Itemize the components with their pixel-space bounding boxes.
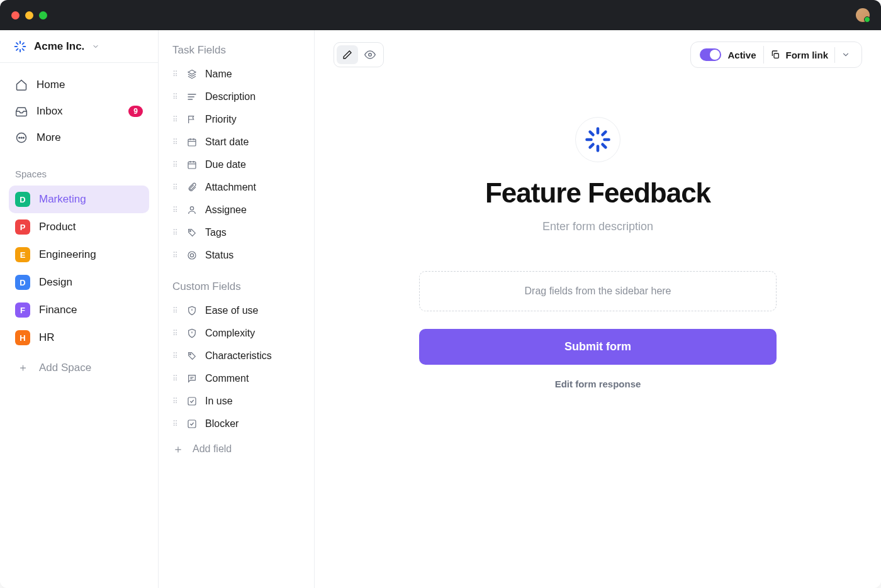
field-item-priority[interactable]: ⠿Priority [159, 108, 314, 131]
active-toggle-label: Active [727, 50, 756, 60]
traffic-lights [11, 11, 47, 19]
field-item-characteristics[interactable]: ⠿Characteristics [159, 345, 314, 367]
field-label: Due date [205, 159, 246, 170]
field-label: Attachment [205, 182, 256, 193]
nav-inbox-label: Inbox [36, 105, 63, 118]
svg-rect-15 [188, 139, 196, 146]
svg-line-7 [23, 43, 24, 44]
svg-line-36 [590, 132, 593, 135]
form-logo[interactable] [575, 117, 620, 162]
nav-home[interactable]: Home [9, 72, 149, 98]
space-icon: D [15, 192, 30, 207]
lines-icon [186, 91, 198, 103]
add-field-button[interactable]: ＋ Add field [159, 435, 314, 463]
space-icon: D [15, 275, 30, 290]
space-icon: H [15, 330, 30, 345]
space-item-finance[interactable]: FFinance [9, 296, 149, 324]
more-icon [15, 131, 28, 144]
field-item-status[interactable]: ⠿Status [159, 244, 314, 267]
plus-icon: ＋ [15, 360, 30, 375]
spaces-heading: Spaces [0, 151, 158, 186]
drag-handle-icon[interactable]: ⠿ [172, 96, 179, 99]
check-icon [186, 418, 198, 430]
form-title[interactable]: Feature Feedback [485, 177, 710, 209]
space-icon: E [15, 247, 30, 262]
field-item-assignee[interactable]: ⠿Assignee [159, 199, 314, 221]
field-item-due-date[interactable]: ⠿Due date [159, 153, 314, 176]
close-window[interactable] [11, 11, 20, 19]
nav-more[interactable]: More [9, 125, 149, 151]
copy-icon [770, 50, 780, 60]
field-item-attachment[interactable]: ⠿Attachment [159, 176, 314, 199]
svg-point-24 [189, 230, 191, 231]
inbox-badge: 9 [128, 106, 143, 117]
svg-rect-31 [188, 420, 196, 428]
drag-handle-icon[interactable]: ⠿ [172, 254, 179, 257]
preview-mode-button[interactable] [359, 45, 381, 64]
drag-handle-icon[interactable]: ⠿ [172, 209, 179, 212]
field-item-in-use[interactable]: ⠿In use [159, 390, 314, 413]
form-description-placeholder[interactable]: Enter form description [542, 220, 653, 233]
drag-handle-icon[interactable]: ⠿ [172, 186, 179, 189]
field-label: Start date [205, 136, 249, 148]
field-item-tags[interactable]: ⠿Tags [159, 221, 314, 244]
space-item-product[interactable]: PProduct [9, 213, 149, 241]
active-toggle[interactable] [700, 48, 721, 61]
drag-handle-icon[interactable]: ⠿ [172, 332, 179, 335]
space-item-design[interactable]: DDesign [9, 269, 149, 296]
field-label: Description [205, 91, 255, 103]
custom-fields-heading: Custom Fields [159, 267, 314, 299]
field-label: Characteristics [205, 350, 272, 362]
add-space-button[interactable]: ＋ Add Space [9, 354, 149, 381]
space-label: Marketing [39, 193, 86, 206]
field-item-blocker[interactable]: ⠿Blocker [159, 413, 314, 435]
field-item-ease-of-use[interactable]: ⠿Ease of use [159, 299, 314, 322]
pencil-icon [342, 50, 352, 60]
edit-mode-button[interactable] [337, 45, 358, 64]
workspace-logo-icon [14, 40, 26, 53]
drag-handle-icon[interactable]: ⠿ [172, 355, 179, 358]
space-item-hr[interactable]: HHR [9, 324, 149, 352]
form-options-dropdown[interactable] [835, 48, 856, 62]
form-link-button[interactable]: Form link [764, 47, 835, 63]
field-item-name[interactable]: ⠿Name [159, 63, 314, 86]
workspace-switcher[interactable]: Acme Inc. [0, 30, 158, 63]
drag-handle-icon[interactable]: ⠿ [172, 423, 179, 426]
drag-handle-icon[interactable]: ⠿ [172, 141, 179, 144]
drag-handle-icon[interactable]: ⠿ [172, 231, 179, 235]
spinner-logo-icon [585, 126, 611, 153]
flag-icon [186, 114, 198, 125]
target-icon [186, 250, 198, 261]
svg-line-40 [590, 145, 593, 148]
svg-line-37 [603, 145, 606, 148]
nav-more-label: More [36, 131, 61, 144]
space-item-engineering[interactable]: EEngineering [9, 241, 149, 269]
field-item-complexity[interactable]: ⠿Complexity [159, 322, 314, 345]
field-item-description[interactable]: ⠿Description [159, 86, 314, 108]
tag-icon [186, 227, 198, 238]
svg-point-25 [188, 252, 196, 259]
svg-rect-30 [188, 397, 196, 405]
drag-handle-icon[interactable]: ⠿ [172, 309, 179, 313]
user-avatar[interactable] [856, 8, 870, 22]
space-label: HR [39, 331, 55, 344]
nav-inbox[interactable]: Inbox 9 [9, 98, 149, 125]
drag-handle-icon[interactable]: ⠿ [172, 400, 179, 403]
field-item-comment[interactable]: ⠿Comment [159, 367, 314, 390]
edit-form-response-link[interactable]: Edit form response [555, 379, 641, 389]
submit-form-button[interactable]: Submit form [419, 329, 777, 365]
minimize-window[interactable] [25, 11, 33, 19]
field-label: Status [205, 250, 233, 261]
add-field-label: Add field [193, 443, 232, 455]
fields-panel: Task Fields ⠿Name⠿Description⠿Priority⠿S… [159, 30, 315, 588]
home-icon [15, 79, 28, 91]
drag-handle-icon[interactable]: ⠿ [172, 73, 179, 76]
drag-handle-icon[interactable]: ⠿ [172, 377, 179, 380]
drag-handle-icon[interactable]: ⠿ [172, 118, 179, 121]
space-item-marketing[interactable]: DMarketing [9, 186, 149, 213]
chevron-down-icon [841, 50, 850, 59]
maximize-window[interactable] [39, 11, 47, 19]
field-dropzone[interactable]: Drag fields from the sidebar here [419, 271, 777, 311]
field-item-start-date[interactable]: ⠿Start date [159, 131, 314, 153]
drag-handle-icon[interactable]: ⠿ [172, 164, 179, 167]
